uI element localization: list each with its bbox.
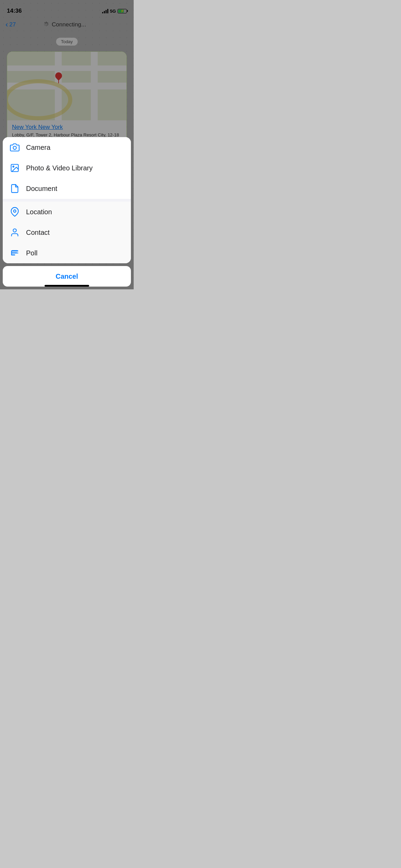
action-sheet-container: Camera Photo & Video Library Document xyxy=(0,137,134,289)
svg-rect-18 xyxy=(12,252,17,254)
photo-video-label: Photo & Video Library xyxy=(26,164,93,172)
svg-point-12 xyxy=(13,229,16,232)
action-sheet: Camera Photo & Video Library Document xyxy=(3,137,131,263)
svg-rect-17 xyxy=(12,250,18,252)
action-item-poll[interactable]: Poll xyxy=(3,243,131,263)
document-label: Document xyxy=(26,185,57,193)
action-item-camera[interactable]: Camera xyxy=(3,137,131,158)
camera-label: Camera xyxy=(26,144,50,152)
section-divider xyxy=(3,199,131,202)
action-item-document[interactable]: Document xyxy=(3,178,131,199)
action-item-location[interactable]: Location xyxy=(3,202,131,222)
svg-point-11 xyxy=(14,210,16,212)
document-icon xyxy=(10,183,20,194)
camera-icon xyxy=(10,142,20,153)
cancel-button[interactable]: Cancel xyxy=(3,266,131,287)
action-item-contact[interactable]: Contact xyxy=(3,222,131,243)
photo-icon xyxy=(10,163,20,173)
poll-icon xyxy=(10,248,20,258)
action-item-photo-video[interactable]: Photo & Video Library xyxy=(3,158,131,178)
location-icon xyxy=(10,207,20,217)
svg-point-10 xyxy=(13,166,14,167)
contact-label: Contact xyxy=(26,229,50,237)
cancel-label: Cancel xyxy=(56,273,78,280)
svg-rect-19 xyxy=(12,254,15,256)
home-indicator xyxy=(45,285,89,287)
contact-icon xyxy=(10,227,20,238)
svg-point-8 xyxy=(13,146,16,149)
location-label: Location xyxy=(26,208,52,216)
poll-label: Poll xyxy=(26,249,37,257)
